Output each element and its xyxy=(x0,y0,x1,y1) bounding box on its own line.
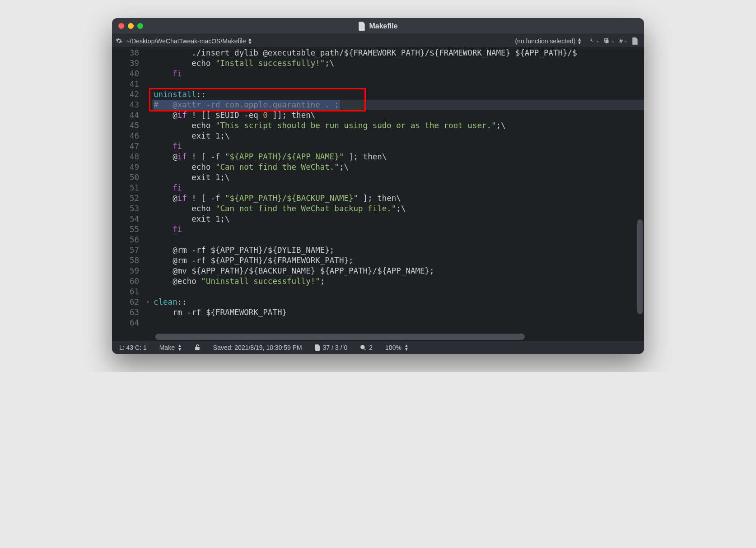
code-line[interactable]: # @xattr -rd com.apple.quarantine . ; xyxy=(152,100,644,110)
code-token: @rm -rf ${APP_PATH}/${FRAMEWORK_PATH}; xyxy=(154,256,354,265)
editor-area[interactable]: 3839404142434445464748495051525354555657… xyxy=(112,48,644,333)
horizontal-scrollbar[interactable] xyxy=(112,333,644,340)
fold-marker xyxy=(144,245,152,255)
search-icon xyxy=(360,344,366,351)
cursor-position[interactable]: L: 43 C: 1 xyxy=(119,344,147,351)
line-number: 58 xyxy=(112,255,139,266)
code-line[interactable] xyxy=(152,318,644,328)
code-line[interactable] xyxy=(152,235,644,245)
code-line[interactable]: echo "Can not find the WeChat.";\ xyxy=(152,162,644,172)
code-line[interactable]: fi xyxy=(152,69,644,79)
code-line[interactable]: @rm -rf ${APP_PATH}/${FRAMEWORK_PATH}; xyxy=(152,255,644,266)
code-line[interactable]: echo "Install successfully!";\ xyxy=(152,58,644,69)
pin-icon[interactable]: ⌄ xyxy=(588,38,599,44)
line-number: 52 xyxy=(112,193,139,204)
code-token: ]; then\ xyxy=(358,194,401,203)
code-token: "${APP_PATH}/${APP_NAME}" xyxy=(225,152,344,161)
code-line[interactable]: echo "This script should be run using su… xyxy=(152,121,644,131)
code-token: @ xyxy=(154,194,177,203)
code-line[interactable]: clean:: xyxy=(152,297,644,307)
code-line[interactable]: exit 1;\ xyxy=(152,131,644,141)
select-arrows-icon: ▲▼ xyxy=(247,37,252,45)
code-token: uninstall xyxy=(154,90,196,99)
code-token: @rm -rf ${APP_PATH}/${DYLIB_NAME}; xyxy=(154,246,334,255)
syntax-mode[interactable]: Make ▲▼ xyxy=(159,344,182,351)
editor-window: Makefile ~/Desktop/WeChatTweak-macOS/Mak… xyxy=(112,18,644,354)
fold-marker xyxy=(144,69,152,79)
fold-marker[interactable]: ▾ xyxy=(144,297,152,307)
scrollbar-thumb[interactable] xyxy=(155,334,525,340)
title-text: Makefile xyxy=(369,22,397,30)
code-line[interactable]: echo "Can not find the WeChat backup fil… xyxy=(152,204,644,214)
fold-marker xyxy=(144,235,152,245)
code-token: "Install successfully!" xyxy=(215,59,325,68)
code-token: fi xyxy=(154,225,182,234)
line-number: 59 xyxy=(112,266,139,276)
titlebar: Makefile xyxy=(112,18,644,34)
window-title: Makefile xyxy=(112,22,644,31)
file-icon xyxy=(358,22,365,31)
function-selector[interactable]: (no function selected) ▲▼ xyxy=(515,37,582,45)
toolbar: ~/Desktop/WeChatTweak-macOS/Makefile ▲▼ … xyxy=(112,34,644,48)
fold-column[interactable]: ▾ xyxy=(144,48,152,333)
line-number: 53 xyxy=(112,204,139,214)
fold-marker xyxy=(144,224,152,235)
code-line[interactable]: @rm -rf ${APP_PATH}/${DYLIB_NAME}; xyxy=(152,245,644,255)
code-line[interactable]: ./insert_dylib @executable_path/${FRAMEW… xyxy=(152,48,644,58)
code-token: ! [ -f xyxy=(187,152,225,161)
hash-icon[interactable]: # ⌄ xyxy=(619,37,627,45)
chevron-down-icon: ⌄ xyxy=(596,38,599,43)
gear-icon[interactable] xyxy=(116,37,122,44)
fold-marker xyxy=(144,172,152,183)
code-line[interactable]: fi xyxy=(152,183,644,193)
select-arrows-icon: ▲▼ xyxy=(404,344,409,351)
scrollbar-thumb[interactable] xyxy=(637,219,643,314)
line-number: 42 xyxy=(112,89,139,100)
code-line[interactable] xyxy=(152,79,644,89)
maximize-button[interactable] xyxy=(137,23,143,29)
code-token: echo xyxy=(154,59,215,68)
fold-marker xyxy=(144,79,152,89)
code-token: "${APP_PATH}/${BACKUP_NAME}" xyxy=(225,194,358,203)
close-button[interactable] xyxy=(118,23,124,29)
line-number: 60 xyxy=(112,276,139,287)
code-token: ;\ xyxy=(396,204,406,213)
new-file-icon[interactable] xyxy=(632,37,638,45)
code-line[interactable]: fi xyxy=(152,141,644,152)
code-line[interactable]: @mv ${APP_PATH}/${BACKUP_NAME} ${APP_PAT… xyxy=(152,266,644,276)
fold-marker xyxy=(144,162,152,172)
code-line[interactable]: fi xyxy=(152,224,644,235)
statusbar: L: 43 C: 1 Make ▲▼ Saved: 2021/8/19, 10:… xyxy=(112,340,644,354)
code-line[interactable]: @if ! [ -f "${APP_PATH}/${BACKUP_NAME}" … xyxy=(152,193,644,204)
line-number: 46 xyxy=(112,131,139,141)
code-area[interactable]: ./insert_dylib @executable_path/${FRAMEW… xyxy=(152,48,644,333)
copy-icon[interactable]: ⌄ xyxy=(604,38,615,44)
file-path[interactable]: ~/Desktop/WeChatTweak-macOS/Makefile ▲▼ xyxy=(126,37,252,45)
code-token: fi xyxy=(154,183,182,192)
code-line[interactable]: @if ! [ -f "${APP_PATH}/${APP_NAME}" ]; … xyxy=(152,152,644,162)
line-number: 48 xyxy=(112,152,139,162)
line-number: 56 xyxy=(112,235,139,245)
code-line[interactable]: exit 1;\ xyxy=(152,214,644,224)
code-token: 0 xyxy=(263,111,268,120)
code-line[interactable]: rm -rf ${FRAMEWORK_PATH} xyxy=(152,307,644,318)
vertical-scrollbar[interactable] xyxy=(637,66,643,319)
search-text: 2 xyxy=(369,344,373,351)
search-count[interactable]: 2 xyxy=(360,344,373,351)
code-line[interactable]: @echo "Uninstall successfully!"; xyxy=(152,276,644,287)
code-token: :: xyxy=(196,90,206,99)
line-number: 51 xyxy=(112,183,139,193)
code-token: :: xyxy=(177,297,187,307)
code-token: ; xyxy=(320,277,325,286)
lock-icon[interactable] xyxy=(195,344,201,351)
line-number: 57 xyxy=(112,245,139,255)
symbols-count[interactable]: 37 / 3 / 0 xyxy=(315,344,347,351)
code-line[interactable] xyxy=(152,287,644,297)
zoom-level[interactable]: 100% ▲▼ xyxy=(385,344,409,351)
page-icon xyxy=(315,344,320,351)
code-line[interactable]: uninstall:: xyxy=(152,89,644,100)
minimize-button[interactable] xyxy=(128,23,134,29)
code-line[interactable]: @if ! [[ $EUID -eq 0 ]]; then\ xyxy=(152,110,644,121)
symbols-text: 37 / 3 / 0 xyxy=(323,344,347,351)
code-line[interactable]: exit 1;\ xyxy=(152,172,644,183)
